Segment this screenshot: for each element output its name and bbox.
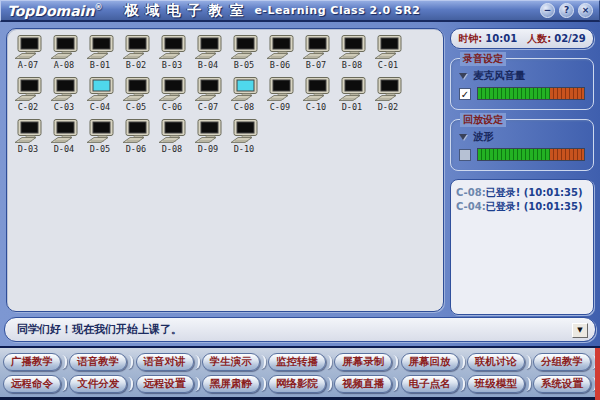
student-id-label: B-05 [226,60,262,70]
student-computer-C-06[interactable]: C-06 [154,77,190,119]
message-dropdown-button[interactable]: ▼ [572,323,588,338]
student-id-label: C-04 [82,102,118,112]
student-computer-A-08[interactable]: A-08 [46,35,82,77]
student-computer-B-06[interactable]: B-06 [262,35,298,77]
student-id-label: D-05 [82,144,118,154]
student-computer-B-02[interactable]: B-02 [118,35,154,77]
toolbar-button-屏幕录制[interactable]: 屏幕录制 [334,353,398,371]
toolbar-button-label: 屏幕回放 [401,353,459,371]
student-computer-C-09[interactable]: C-09 [262,77,298,119]
recording-settings-group: 录音设定 麦克风音量 ✓ [450,58,594,110]
student-computer-C-01[interactable]: C-01 [370,35,406,77]
student-computer-D-02[interactable]: D-02 [370,77,406,119]
toolbar-button-远程命令[interactable]: 远程命令 [3,375,67,393]
student-computer-A-07[interactable]: A-07 [10,35,46,77]
mic-volume-checkbox[interactable]: ✓ [459,88,471,100]
button-arc-decoration [393,355,398,369]
button-arc-decoration [526,377,531,391]
message-text: 同学们好！现在我们开始上课了。 [17,322,182,337]
button-arc-decoration [460,355,465,369]
playback-settings-group: 回放设定 波形 [450,119,594,171]
toolbar-button-label: 系统设置 [533,375,591,393]
student-computer-B-04[interactable]: B-04 [190,35,226,77]
toolbar-button-文件分发[interactable]: 文件分发 [69,375,133,393]
student-id-label: B-06 [262,60,298,70]
student-computer-C-05[interactable]: C-05 [118,77,154,119]
student-computer-D-03[interactable]: D-03 [10,119,46,161]
student-computer-C-07[interactable]: C-07 [190,77,226,119]
student-computer-B-08[interactable]: B-08 [334,35,370,77]
student-computer-D-04[interactable]: D-04 [46,119,82,161]
minimize-button[interactable]: − [540,3,555,18]
toolbar-button-班级模型[interactable]: 班级模型 [467,375,531,393]
student-computer-C-08[interactable]: C-08 [226,77,262,119]
student-id-label: D-08 [154,144,190,154]
button-arc-decoration [62,355,67,369]
button-arc-decoration [62,377,67,391]
registered-mark: ® [94,3,102,12]
app-logo: TopDomain® [7,3,102,19]
student-id-label: B-07 [298,60,334,70]
toolbar-button-学生演示[interactable]: 学生演示 [202,353,266,371]
student-computer-B-05[interactable]: B-05 [226,35,262,77]
toolbar-button-电子点名[interactable]: 电子点名 [401,375,465,393]
button-arc-decoration [195,377,200,391]
student-computer-D-08[interactable]: D-08 [154,119,190,161]
student-computer-C-10[interactable]: C-10 [298,77,334,119]
student-computer-D-01[interactable]: D-01 [334,77,370,119]
toolbar-button-label: 文件分发 [69,375,127,393]
toolbar-button-网络影院[interactable]: 网络影院 [268,375,332,393]
toolbar-button-语音对讲[interactable]: 语音对讲 [136,353,200,371]
log-message: 已登录! (10:01:35) [486,201,583,212]
help-button[interactable]: ? [559,3,574,18]
toolbar-button-联机讨论[interactable]: 联机讨论 [467,353,531,371]
toolbar-button-广播教学[interactable]: 广播教学 [3,353,67,371]
student-computer-B-01[interactable]: B-01 [82,35,118,77]
toolbar-button-远程设置[interactable]: 远程设置 [136,375,200,393]
log-entry: C-08:已登录! (10:01:35) [456,186,588,200]
toolbar-button-分组教学[interactable]: 分组教学 [533,353,597,371]
meter-green-segment [478,88,550,99]
close-button[interactable]: × [578,3,593,18]
student-computer-C-02[interactable]: C-02 [10,77,46,119]
event-log[interactable]: C-08:已登录! (10:01:35)C-04:已登录! (10:01:35) [450,179,594,315]
button-arc-decoration [195,355,200,369]
student-computer-C-03[interactable]: C-03 [46,77,82,119]
student-computer-D-10[interactable]: D-10 [226,119,262,161]
toolbar-button-屏幕回放[interactable]: 屏幕回放 [401,353,465,371]
student-computer-D-09[interactable]: D-09 [190,119,226,161]
toolbar-button-label: 分组教学 [533,353,591,371]
playback-group-title: 回放设定 [460,113,506,127]
chevron-down-icon[interactable] [459,73,467,79]
button-arc-decoration [261,355,266,369]
status-box: 时钟: 10:01 人数: 02/29 [450,28,594,49]
function-toolbar: 广播教学语音教学语音对讲学生演示监控转播屏幕录制屏幕回放联机讨论分组教学 远程命… [0,346,600,400]
toolbar-button-label: 电子点名 [401,375,459,393]
student-computer-B-03[interactable]: B-03 [154,35,190,77]
toolbar-button-label: 视频直播 [334,375,392,393]
student-id-label: B-03 [154,60,190,70]
student-computer-C-04[interactable]: C-04 [82,77,118,119]
button-arc-decoration [327,355,332,369]
toolbar-button-黑屏肃静[interactable]: 黑屏肃静 [202,375,266,393]
message-combobox[interactable]: 同学们好！现在我们开始上课了。 ▼ [4,317,596,342]
app-title-chinese: 极域电子教室 [124,2,250,20]
toolbar-button-label: 广播教学 [3,353,61,371]
student-computer-D-06[interactable]: D-06 [118,119,154,161]
waveform-label: 波形 [473,130,494,144]
toolbar-button-label: 学生演示 [202,353,260,371]
student-computer-D-05[interactable]: D-05 [82,119,118,161]
toolbar-button-系统设置[interactable]: 系统设置 [533,375,597,393]
toolbar-button-label: 远程设置 [136,375,194,393]
sidebar: 时钟: 10:01 人数: 02/29 录音设定 麦克风音量 ✓ 回放设定 波形 [450,28,594,315]
clock-value: 10:01 [485,33,517,44]
toolbar-button-视频直播[interactable]: 视频直播 [334,375,398,393]
button-arc-decoration [327,377,332,391]
toolbar-button-监控转播[interactable]: 监控转播 [268,353,332,371]
chevron-down-icon[interactable] [459,134,467,140]
waveform-checkbox[interactable] [459,149,471,161]
student-id-label: A-07 [10,60,46,70]
toolbar-button-语音教学[interactable]: 语音教学 [69,353,133,371]
student-id-label: D-06 [118,144,154,154]
student-computer-B-07[interactable]: B-07 [298,35,334,77]
